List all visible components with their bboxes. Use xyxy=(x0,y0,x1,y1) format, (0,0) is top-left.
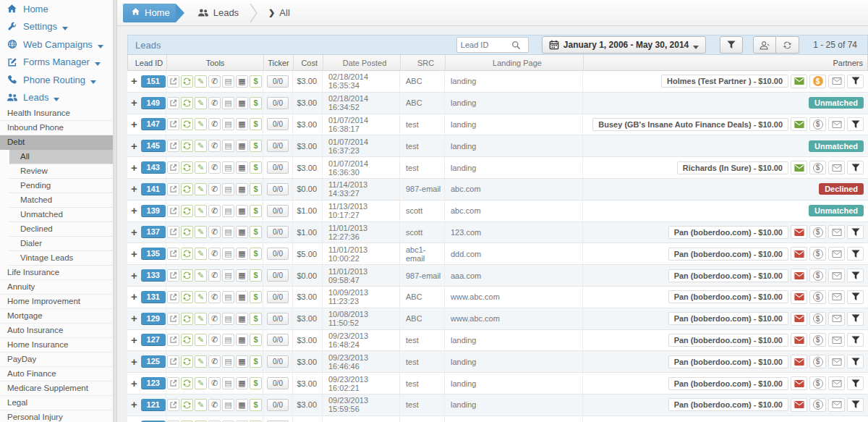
refresh-button[interactable] xyxy=(776,36,799,54)
lead-id-badge[interactable]: 141 xyxy=(141,183,166,195)
expand-row-button[interactable]: + xyxy=(131,313,137,324)
sidebar-item-auto-insurance[interactable]: Auto Insurance xyxy=(0,324,116,338)
phone-icon[interactable]: ✆ xyxy=(208,248,221,260)
sidebar-item-mortgage[interactable]: Mortgage xyxy=(0,309,116,324)
document-icon[interactable]: ▤ xyxy=(222,118,234,130)
external-link-icon[interactable] xyxy=(167,269,179,282)
edit-icon[interactable]: ✎ xyxy=(195,226,207,238)
expand-row-button[interactable]: + xyxy=(131,400,137,410)
expand-row-button[interactable]: + xyxy=(131,249,137,259)
envelope-outline-icon[interactable] xyxy=(828,312,845,326)
sidebar-item-home-insurance[interactable]: Home Insurance xyxy=(0,338,116,353)
edit-icon[interactable]: ✎ xyxy=(195,334,207,346)
ticker-button[interactable]: 0/0 xyxy=(267,313,289,325)
sidebar-item-all[interactable]: All xyxy=(9,150,116,164)
sidebar-item-medicare-supplement[interactable]: Medicare Supplement xyxy=(0,381,116,396)
edit-icon[interactable]: ✎ xyxy=(195,248,207,260)
ticker-button[interactable]: 0/0 xyxy=(267,118,289,130)
money-icon[interactable]: $ xyxy=(250,226,262,238)
partner-label[interactable]: Holmes (Test Partner ) - $10.00 xyxy=(661,75,788,88)
sidebar-item-review[interactable]: Review xyxy=(9,164,116,179)
phone-icon[interactable]: ✆ xyxy=(208,377,221,389)
document-icon[interactable]: ▤ xyxy=(222,269,234,282)
dollar-circle-icon[interactable]: $ xyxy=(809,333,826,347)
dollar-circle-icon[interactable]: $ xyxy=(809,312,826,326)
refresh-icon[interactable] xyxy=(181,291,193,303)
envelope-icon[interactable] xyxy=(791,247,807,261)
lead-id-badge[interactable]: 149 xyxy=(141,97,166,109)
dollar-circle-icon[interactable]: $ xyxy=(809,269,826,282)
document-icon[interactable]: ▤ xyxy=(222,183,234,195)
partner-label[interactable]: Busey (GB's Insane Auto Finance Deals) -… xyxy=(592,118,788,131)
envelope-outline-icon[interactable] xyxy=(828,398,845,412)
funnel-icon[interactable] xyxy=(847,333,864,347)
calendar-icon[interactable]: ▦ xyxy=(236,313,248,325)
calendar-icon[interactable]: ▦ xyxy=(236,161,248,174)
expand-row-button[interactable]: + xyxy=(131,141,137,151)
breadcrumb-leads[interactable]: Leads xyxy=(190,4,246,22)
lead-id-badge[interactable]: 135 xyxy=(141,248,166,260)
envelope-outline-icon[interactable] xyxy=(828,117,845,131)
envelope-icon[interactable] xyxy=(791,269,807,282)
calendar-icon[interactable]: ▦ xyxy=(236,183,248,195)
ticker-button[interactable]: 0/0 xyxy=(267,399,289,411)
sidebar-scrollbar[interactable] xyxy=(113,0,116,422)
lead-id-badge[interactable]: 151 xyxy=(141,75,166,88)
envelope-icon[interactable] xyxy=(791,225,807,239)
envelope-outline-icon[interactable] xyxy=(828,376,845,390)
funnel-icon[interactable] xyxy=(847,247,864,261)
external-link-icon[interactable] xyxy=(167,205,179,217)
money-icon[interactable]: $ xyxy=(250,161,262,174)
phone-icon[interactable]: ✆ xyxy=(208,161,221,174)
document-icon[interactable]: ▤ xyxy=(222,399,234,411)
envelope-outline-icon[interactable] xyxy=(828,269,845,282)
sidebar-item-dialer[interactable]: Dialer xyxy=(9,237,116,251)
lead-id-badge[interactable]: 129 xyxy=(141,313,166,325)
money-icon[interactable]: $ xyxy=(250,269,262,282)
edit-icon[interactable]: ✎ xyxy=(195,313,207,325)
calendar-icon[interactable]: ▦ xyxy=(236,355,248,368)
document-icon[interactable]: ▤ xyxy=(222,161,234,174)
calendar-icon[interactable]: ▦ xyxy=(236,205,248,217)
calendar-icon[interactable]: ▦ xyxy=(236,118,248,130)
money-icon[interactable]: $ xyxy=(250,334,262,346)
partners-button[interactable] xyxy=(753,36,776,54)
calendar-icon[interactable]: ▦ xyxy=(236,334,248,346)
sidebar-item-annuity[interactable]: Annuity xyxy=(0,280,116,295)
refresh-icon[interactable] xyxy=(181,248,193,260)
refresh-icon[interactable] xyxy=(181,140,193,152)
lead-id-badge[interactable]: 133 xyxy=(141,269,166,282)
edit-icon[interactable]: ✎ xyxy=(195,269,207,282)
refresh-icon[interactable] xyxy=(181,118,193,130)
calendar-icon[interactable]: ▦ xyxy=(236,248,248,260)
lead-id-badge[interactable]: 123 xyxy=(141,377,166,389)
lead-id-badge[interactable]: 143 xyxy=(141,161,166,174)
sidebar-item-forms-manager[interactable]: Forms Manager xyxy=(0,54,116,72)
calendar-icon[interactable]: ▦ xyxy=(236,377,248,389)
external-link-icon[interactable] xyxy=(167,226,179,238)
dollar-circle-icon[interactable]: $ xyxy=(809,75,826,88)
ticker-button[interactable]: 0/0 xyxy=(267,75,289,88)
money-icon[interactable]: $ xyxy=(250,313,262,325)
funnel-icon[interactable] xyxy=(847,398,864,412)
search-input[interactable] xyxy=(461,41,511,49)
expand-row-button[interactable]: + xyxy=(131,98,137,108)
expand-row-button[interactable]: + xyxy=(131,227,137,237)
refresh-icon[interactable] xyxy=(181,205,193,217)
sidebar-item-home[interactable]: Home xyxy=(0,0,116,18)
document-icon[interactable]: ▤ xyxy=(222,248,234,260)
refresh-icon[interactable] xyxy=(181,355,193,368)
refresh-icon[interactable] xyxy=(181,226,193,238)
breadcrumb-all[interactable]: ❯ All xyxy=(261,4,297,22)
phone-icon[interactable]: ✆ xyxy=(208,75,221,88)
phone-icon[interactable]: ✆ xyxy=(208,118,221,130)
funnel-icon[interactable] xyxy=(847,290,864,304)
partner-label[interactable]: Pan (boberdoo.com) - $10.00 xyxy=(668,248,788,261)
lead-id-badge[interactable]: 137 xyxy=(141,226,166,238)
phone-icon[interactable]: ✆ xyxy=(208,140,221,152)
sidebar-item-life-insurance[interactable]: Life Insurance xyxy=(0,266,116,280)
document-icon[interactable]: ▤ xyxy=(222,97,234,109)
sidebar-item-home-improvement[interactable]: Home Improvement xyxy=(0,295,116,309)
envelope-icon[interactable] xyxy=(791,117,807,131)
sidebar-item-vintage-leads[interactable]: Vintage Leads xyxy=(9,251,116,266)
